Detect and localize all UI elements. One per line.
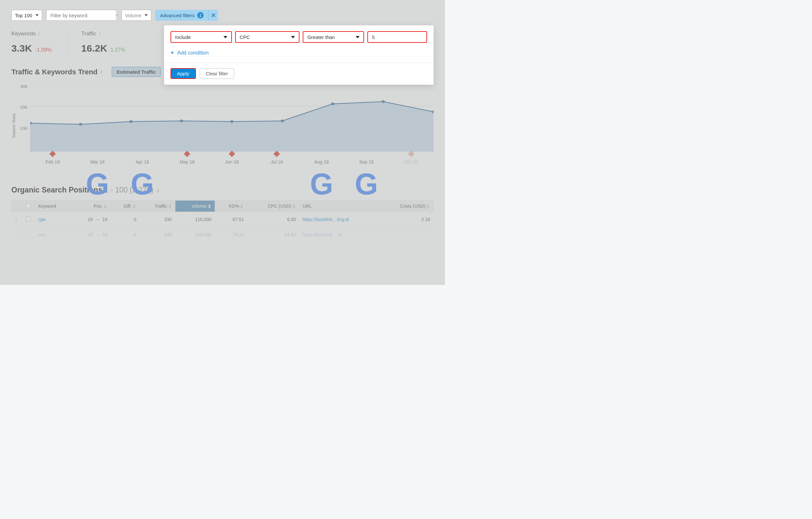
cell-volume: 110,000 (175, 227, 215, 242)
svg-text:G: G (130, 167, 154, 201)
advanced-filters-button[interactable]: Advanced filters 1 (155, 10, 208, 21)
col-kd[interactable]: KD% (215, 201, 247, 212)
svg-point-9 (129, 120, 133, 123)
xtick-label: Jul 18 (254, 159, 299, 164)
keyword-filter-input[interactable] (47, 10, 116, 21)
search-button[interactable] (116, 10, 118, 21)
advanced-filters-close[interactable] (208, 10, 218, 21)
stat-traffic-delta: 1.27% (110, 47, 125, 53)
svg-point-11 (230, 120, 234, 123)
stat-keywords-delta: -1.09% (35, 47, 52, 53)
trend-chart: Search Visits 30K 20K 10K Feb 18GMar 18G… (11, 84, 434, 168)
cell-traffic: 330 (140, 227, 175, 242)
condition-include-value: Include (175, 34, 191, 40)
xtick: GMar 18 (75, 152, 120, 164)
col-keyword[interactable]: Keyword (35, 201, 72, 212)
condition-value-text: 5 (372, 34, 375, 40)
xtick-label: Jun 18 (209, 159, 254, 164)
info-icon[interactable]: i (99, 31, 100, 36)
keyword-filter[interactable] (46, 10, 118, 21)
search-icon (116, 13, 118, 18)
xtick: Jul 18 (254, 152, 299, 164)
plus-icon: + (171, 49, 174, 56)
top-select-label: Top 100 (15, 13, 32, 18)
google-update-icon: G (75, 151, 120, 219)
cell-pos: 19 → 19 (71, 227, 111, 242)
popover-divider (164, 63, 434, 63)
svg-point-14 (381, 100, 385, 103)
ytick (27, 147, 28, 152)
expand-row[interactable]: 〉 (12, 227, 23, 242)
stat-traffic: Traffic i 16.2K 1.27% (68, 31, 141, 54)
diamond-marker-icon (229, 151, 235, 157)
ytick: 20K (20, 105, 28, 110)
cell-url[interactable]: https://backlink… (302, 232, 337, 237)
add-condition-button[interactable]: + Add condition (171, 49, 427, 56)
cell-cpc: 14.82 (247, 227, 299, 242)
advanced-filters-count: 1 (197, 12, 204, 19)
trend-title: Traffic & Keywords Trend (11, 68, 97, 76)
row-checkbox[interactable] (26, 232, 31, 237)
condition-metric-select[interactable]: CPC (235, 31, 300, 43)
add-condition-label: Add condition (177, 50, 209, 56)
advanced-filters-label: Advanced filters (160, 13, 195, 18)
ytick: 10K (20, 126, 28, 131)
tab-estimated-traffic[interactable]: Estimated Traffic (112, 67, 161, 77)
cell-keyword[interactable]: cpa (38, 217, 46, 222)
chart-ylabel: Search Visits (11, 113, 16, 138)
info-icon[interactable]: i (38, 31, 40, 36)
chart-svg (30, 84, 434, 152)
select-all-checkbox[interactable] (26, 203, 31, 208)
col-cpc[interactable]: CPC (USD) (247, 201, 299, 212)
ytick: 30K (20, 84, 28, 89)
chevron-down-icon (356, 36, 359, 38)
svg-point-0 (117, 13, 118, 16)
condition-include-select[interactable]: Include (171, 31, 232, 43)
clear-filter-button[interactable]: Clear filter (200, 68, 234, 79)
diamond-marker-icon (273, 151, 280, 157)
info-icon[interactable]: i (101, 69, 102, 75)
external-link-icon[interactable]: ⧉ (339, 232, 342, 237)
advanced-filters-popover: Include CPC Greater than 5 + Add conditi… (164, 25, 434, 85)
google-update-icon: G (299, 151, 344, 219)
svg-point-12 (281, 120, 284, 122)
col-volume[interactable]: Volume (175, 201, 215, 212)
cell-costs (378, 227, 434, 242)
condition-operator-select[interactable]: Greater than (303, 31, 364, 43)
stat-keywords-label: Keywords (11, 31, 36, 37)
cell-volume: 110,000 (175, 212, 215, 227)
expand-row[interactable]: 〉 (12, 212, 23, 227)
condition-row: Include CPC Greater than 5 (171, 31, 427, 43)
cell-cpc: 6.50 (247, 212, 299, 227)
chevron-down-icon (224, 36, 227, 38)
close-icon (211, 13, 215, 17)
xtick-label: Feb 18 (30, 159, 75, 164)
condition-metric-value: CPC (240, 34, 250, 40)
volume-select-label: Volume (125, 13, 141, 18)
xtick: GAug 18 (299, 152, 344, 164)
svg-point-8 (79, 123, 83, 126)
svg-text:G: G (355, 167, 378, 201)
xtick: May 18 (165, 152, 209, 164)
stat-traffic-label: Traffic (81, 31, 96, 37)
svg-text:G: G (86, 167, 109, 201)
condition-value-input[interactable]: 5 (367, 31, 427, 43)
stat-traffic-value: 16.2K (81, 43, 107, 54)
volume-select[interactable]: Volume (121, 10, 151, 21)
svg-text:G: G (310, 167, 333, 201)
row-checkbox[interactable] (26, 216, 31, 221)
xtick: Oct 18 (389, 152, 434, 164)
diamond-marker-icon (184, 151, 190, 157)
chart-yaxis: 30K 20K 10K (20, 84, 28, 152)
xtick-label: May 18 (165, 159, 209, 164)
xtick-label: Oct 18 (389, 159, 434, 164)
cell-diff: 0 (111, 227, 140, 242)
apply-button[interactable]: Apply (171, 68, 196, 79)
google-update-icon: G (344, 151, 389, 219)
condition-operator-value: Greater than (307, 34, 335, 40)
chevron-down-icon (145, 14, 148, 16)
svg-point-13 (331, 102, 335, 105)
top-select[interactable]: Top 100 (11, 10, 42, 21)
cell-keyword[interactable]: seo (38, 232, 46, 237)
chevron-down-icon (35, 14, 39, 16)
